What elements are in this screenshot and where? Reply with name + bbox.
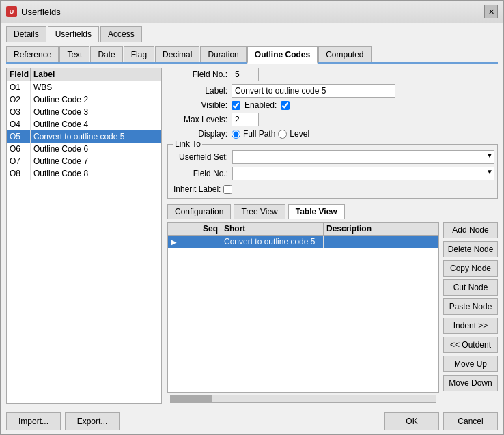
- tab-computed[interactable]: Computed: [318, 46, 371, 62]
- list-item[interactable]: O2 Outline Code 2: [7, 94, 161, 106]
- tab-reference[interactable]: Reference: [6, 46, 59, 62]
- right-panel: Field No.: document.currentScript.previo…: [167, 68, 498, 404]
- link-field-no-label: Field No.:: [171, 169, 232, 178]
- cancel-button[interactable]: Cancel: [443, 412, 498, 430]
- max-levels-input[interactable]: [232, 113, 259, 126]
- userfield-set-row: Userfield Set: ▼: [171, 150, 494, 164]
- row-seq: [180, 236, 221, 248]
- table-col-short: Short: [221, 223, 324, 235]
- main-body: Field Label O1 WBS O2 Outline Code 2 O3: [6, 68, 498, 404]
- list-header-field: Field: [7, 68, 31, 81]
- tab-duration[interactable]: Duration: [200, 46, 246, 62]
- display-fullpath-radio[interactable]: [232, 130, 240, 139]
- list-item[interactable]: O3 Outline Code 3: [7, 106, 161, 118]
- display-label: Display:: [170, 129, 232, 139]
- ok-button[interactable]: OK: [384, 412, 439, 430]
- tab-tree-view[interactable]: Tree View: [234, 204, 285, 219]
- app-icon: U: [6, 6, 17, 17]
- row-short: Convert to outline code 5: [221, 236, 324, 248]
- userfield-set-label: Userfield Set:: [171, 152, 232, 162]
- display-row: Display: Full Path Level: [167, 129, 498, 139]
- list-item[interactable]: O4 Outline Code 4: [7, 118, 161, 130]
- field-no-row: Field No.: document.currentScript.previo…: [167, 68, 498, 81]
- tab-outline-codes[interactable]: Outline Codes: [247, 46, 318, 64]
- table-col-seq: Seq: [180, 223, 221, 235]
- export-button[interactable]: Export...: [65, 412, 120, 430]
- table-col-desc: Description: [324, 223, 438, 235]
- tab-details[interactable]: Details: [6, 26, 46, 42]
- enabled-label: Enabled:: [244, 100, 277, 110]
- inherit-label-row: Inherit Label:: [171, 183, 494, 195]
- left-panel: Field Label O1 WBS O2 Outline Code 2 O3: [6, 68, 162, 404]
- horizontal-scrollbar[interactable]: [167, 393, 439, 404]
- tab-decimal[interactable]: Decimal: [155, 46, 199, 62]
- list-item-selected[interactable]: O5 Convert to outline code 5: [7, 130, 161, 143]
- add-node-button[interactable]: Add Node: [443, 222, 498, 238]
- tab-table-view[interactable]: Table View: [288, 204, 345, 219]
- outer-tab-bar: Details Userfields Access: [1, 23, 503, 42]
- tab-flag[interactable]: Flag: [124, 46, 154, 62]
- visible-checkbox[interactable]: [232, 101, 240, 110]
- field-no-label: Field No.:: [170, 70, 232, 79]
- enabled-checkbox[interactable]: [281, 101, 290, 110]
- inherit-label-text: Inherit Label:: [173, 184, 221, 194]
- label-row: Label:: [167, 84, 498, 98]
- row-desc: [324, 236, 438, 248]
- link-field-no-select[interactable]: [232, 167, 494, 180]
- label-input[interactable]: [232, 84, 395, 98]
- tab-access[interactable]: Access: [100, 26, 142, 42]
- list-item[interactable]: O6 Outline Code 6: [7, 143, 161, 155]
- action-buttons: Add Node Delete Node Copy Node Cut Node …: [443, 222, 498, 404]
- tab-text[interactable]: Text: [59, 46, 89, 62]
- display-fullpath-label: Full Path: [243, 129, 275, 139]
- max-levels-label: Max Levels:: [170, 115, 232, 124]
- display-level-radio[interactable]: [278, 130, 287, 139]
- list-item[interactable]: O7 Outline Code 7: [7, 155, 161, 167]
- indent-button[interactable]: Indent >>: [443, 318, 498, 334]
- tab-userfields[interactable]: Userfields: [48, 26, 99, 42]
- row-arrow-icon: ▶: [168, 236, 180, 248]
- field-no-input[interactable]: [232, 68, 259, 81]
- visible-label: Visible:: [170, 100, 232, 110]
- userfield-set-select[interactable]: [232, 150, 494, 164]
- tab-date[interactable]: Date: [90, 46, 122, 62]
- table-container: Seq Short Description ▶ Convert to outli…: [167, 222, 439, 393]
- paste-node-button[interactable]: Paste Node: [443, 298, 498, 315]
- move-up-button[interactable]: Move Up: [443, 356, 498, 372]
- bottom-tab-bar: Configuration Tree View Table View: [167, 204, 498, 219]
- tab-configuration[interactable]: Configuration: [167, 204, 231, 219]
- inner-tab-bar: Reference Text Date Flag Decimal Duratio…: [6, 46, 498, 64]
- dialog: U Userfields ✕ Details Userfields Access…: [0, 0, 504, 435]
- table-row[interactable]: ▶ Convert to outline code 5: [168, 236, 438, 248]
- link-field-no-row: Field No.: ▼: [171, 167, 494, 180]
- svg-text:U: U: [10, 8, 14, 15]
- title-bar: U Userfields ✕: [1, 1, 503, 23]
- list-header: Field Label: [7, 68, 161, 81]
- scrollbar-thumb[interactable]: [171, 395, 212, 402]
- footer: Import... Export... OK Cancel: [1, 408, 503, 434]
- field-list: Field Label O1 WBS O2 Outline Code 2 O3: [6, 68, 162, 404]
- dialog-title: Userfields: [21, 7, 61, 17]
- inherit-label-checkbox[interactable]: [223, 185, 232, 194]
- table-body: ▶ Convert to outline code 5: [168, 236, 438, 392]
- table-area: Seq Short Description ▶ Convert to outli…: [167, 222, 498, 404]
- outdent-button[interactable]: << Outdent: [443, 337, 498, 353]
- content-area: Reference Text Date Flag Decimal Duratio…: [1, 42, 503, 408]
- label-label: Label:: [170, 86, 232, 96]
- table-header: Seq Short Description: [168, 223, 438, 236]
- delete-node-button[interactable]: Delete Node: [443, 241, 498, 257]
- list-item[interactable]: O8 Outline Code 8: [7, 167, 161, 180]
- list-item[interactable]: O1 WBS: [7, 81, 161, 94]
- link-to-legend: Link To: [173, 139, 202, 149]
- list-header-label: Label: [31, 68, 161, 81]
- max-levels-row: Max Levels:: [167, 113, 498, 126]
- copy-node-button[interactable]: Copy Node: [443, 260, 498, 277]
- display-level-label: Level: [290, 129, 309, 139]
- visible-enabled-row: Visible: Enabled:: [167, 100, 498, 110]
- import-button[interactable]: Import...: [6, 412, 61, 430]
- cut-node-button[interactable]: Cut Node: [443, 279, 498, 296]
- close-button[interactable]: ✕: [484, 5, 498, 18]
- move-down-button[interactable]: Move Down: [443, 375, 498, 391]
